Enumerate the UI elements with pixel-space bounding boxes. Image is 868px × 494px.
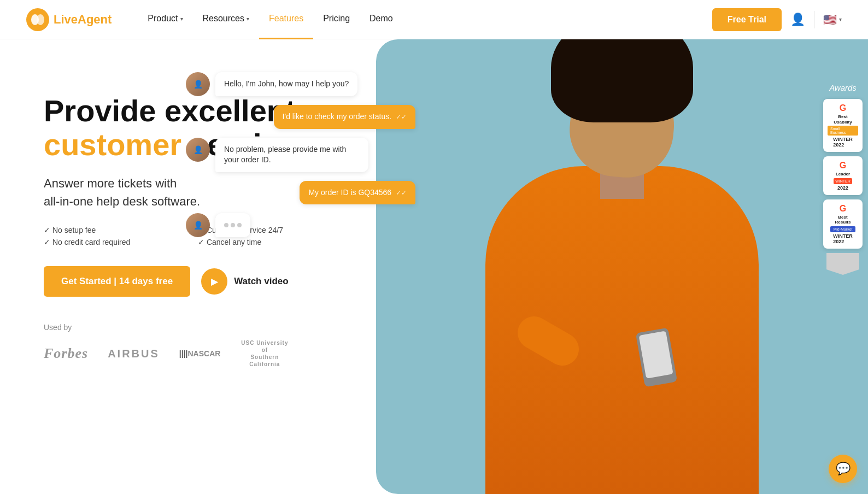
user-icon[interactable]: 👤: [790, 13, 805, 27]
award-year-1: WINTER2022: [833, 137, 853, 148]
dot-2: [231, 223, 235, 227]
product-chevron-icon: ▾: [180, 16, 183, 22]
hero-person: [444, 57, 800, 494]
chat-message-2: I'd like to check my order status. ✓✓: [186, 105, 415, 129]
check-no-setup: No setup fee: [44, 226, 185, 234]
check-no-credit-card: No credit card required: [44, 238, 185, 246]
chat-message-3: 👤 No problem, please provide me with you…: [186, 138, 415, 172]
brand-logos: Forbes AIRBUS ||||NASCAR USC University …: [44, 339, 339, 368]
svg-point-2: [37, 14, 44, 25]
bubble-user-2: My order ID is GQ34566 ✓✓: [300, 181, 415, 205]
agent-avatar-1: 👤: [186, 72, 210, 96]
award-best-results: G BestResults Mid-Market WINTER2022: [823, 199, 863, 249]
resources-chevron-icon: ▾: [247, 16, 249, 22]
chat-typing: 👤: [186, 213, 415, 237]
lang-chevron-icon: ▾: [839, 16, 842, 22]
hero-section: Provide excellent customer service. Answ…: [0, 39, 868, 494]
person-hair: [551, 39, 693, 122]
flag-icon: 🇺🇸: [823, 13, 837, 26]
award-tag-3: Mid-Market: [830, 226, 855, 232]
check-cancel-anytime: Cancel any time: [198, 238, 339, 246]
awards-panel: Awards G BestUsability Small Business WI…: [823, 83, 863, 275]
agent-avatar-3: 👤: [186, 213, 210, 237]
watch-video-label: Watch video: [234, 276, 289, 287]
watch-video-button[interactable]: ▶ Watch video: [201, 268, 289, 295]
hero-background: [376, 39, 868, 494]
g2-icon-3: G: [840, 204, 846, 214]
read-checkmark-2: ✓✓: [396, 189, 407, 197]
heading-orange: customer: [44, 127, 181, 162]
bubble-agent-2: No problem, please provide me with your …: [215, 138, 368, 172]
free-trial-button[interactable]: Free Trial: [712, 8, 782, 31]
typing-indicator: [215, 213, 250, 237]
brand-usc: USC University ofSouthern California: [240, 339, 289, 368]
logo-text: LiveAgent: [54, 13, 112, 27]
used-by-label: Used by: [44, 323, 339, 332]
award-label-1: BestUsability: [834, 114, 852, 125]
hero-right: 👤 Hello, I'm John, how may I help you? I…: [339, 39, 868, 494]
nav-right: Free Trial 👤 🇺🇸 ▾: [712, 8, 842, 31]
chat-overlay: 👤 Hello, I'm John, how may I help you? I…: [186, 72, 415, 237]
typing-dots: [224, 220, 242, 231]
brand-nascar: ||||NASCAR: [179, 349, 221, 358]
award-leader: G Leader WINTER 2022: [823, 156, 863, 195]
hero-buttons: Get Started | 14 days free ▶ Watch video: [44, 266, 339, 297]
read-checkmark: ✓✓: [396, 113, 407, 121]
bubble-agent-1: Hello, I'm John, how may I help you?: [215, 72, 357, 96]
nav-resources[interactable]: Resources ▾: [193, 0, 259, 39]
award-year-2: 2022: [837, 185, 848, 191]
language-selector[interactable]: 🇺🇸 ▾: [823, 13, 842, 26]
nav-links: Product ▾ Resources ▾ Features Pricing D…: [138, 0, 712, 39]
agent-avatar-2: 👤: [186, 138, 210, 162]
brand-airbus: AIRBUS: [108, 348, 160, 360]
award-label-3: BestResults: [835, 215, 851, 225]
nav-divider: [814, 11, 814, 28]
brand-forbes: Forbes: [44, 345, 88, 362]
get-started-button[interactable]: Get Started | 14 days free: [44, 266, 190, 297]
awards-ribbon: [826, 253, 859, 275]
chat-message-1: 👤 Hello, I'm John, how may I help you?: [186, 72, 415, 96]
navbar: LiveAgent Product ▾ Resources ▾ Features…: [0, 0, 868, 39]
play-icon: ▶: [201, 268, 227, 295]
nav-pricing[interactable]: Pricing: [313, 0, 360, 39]
bubble-user-1: I'd like to check my order status. ✓✓: [274, 105, 415, 129]
chat-widget-button[interactable]: 💬: [829, 455, 857, 483]
award-tag-1: Small Business: [828, 126, 858, 136]
awards-title: Awards: [829, 83, 857, 92]
g2-icon-2: G: [840, 161, 846, 170]
logo-icon: [26, 8, 49, 31]
logo[interactable]: LiveAgent: [26, 8, 112, 31]
nav-product[interactable]: Product ▾: [138, 0, 192, 39]
nav-features[interactable]: Features: [259, 0, 313, 39]
g2-icon-1: G: [840, 103, 846, 113]
award-year-3: WINTER2022: [833, 233, 853, 244]
award-tag-2: WINTER: [834, 178, 852, 184]
award-label-2: Leader: [836, 172, 850, 177]
nav-demo[interactable]: Demo: [360, 0, 403, 39]
award-best-usability: G BestUsability Small Business WINTER202…: [823, 99, 863, 152]
dot-3: [237, 223, 242, 227]
chat-widget-icon: 💬: [836, 462, 851, 476]
chat-message-4: My order ID is GQ34566 ✓✓: [186, 181, 415, 205]
dot-1: [224, 223, 228, 227]
